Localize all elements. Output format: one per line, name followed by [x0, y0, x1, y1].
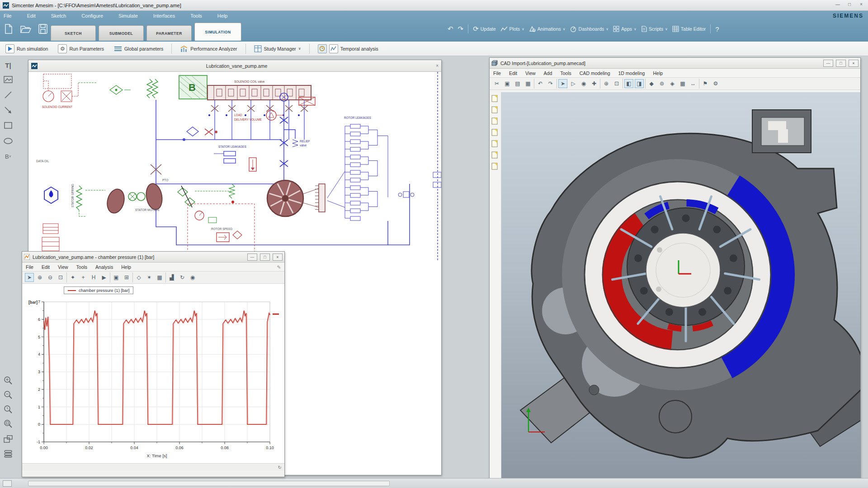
plot-tool-3-icon[interactable]: ⊡: [56, 273, 65, 282]
zoom-fit-icon[interactable]: [2, 418, 14, 429]
menu-sketch[interactable]: Sketch: [49, 12, 68, 19]
help-icon[interactable]: ?: [715, 25, 719, 33]
plot-restore-icon[interactable]: □: [260, 253, 270, 261]
rectangle-tool-icon[interactable]: [2, 120, 14, 131]
sketch-tab-title[interactable]: Lubrication_vane_pump.ame: [38, 63, 436, 69]
plot-tool-12-icon[interactable]: ▦: [155, 273, 164, 282]
cad-viewport[interactable]: [501, 92, 860, 478]
plot-edit-pencil-icon[interactable]: ✎: [277, 264, 281, 270]
close-icon[interactable]: ×: [857, 2, 865, 7]
cad-tool-1-icon[interactable]: ▣: [503, 79, 512, 88]
animations-button[interactable]: Animations∨: [529, 26, 566, 32]
cad-tool-3-icon[interactable]: ▦: [524, 79, 533, 88]
tab-submodel[interactable]: SUBMODEL: [99, 25, 144, 41]
table-editor-button[interactable]: Table Editor: [672, 26, 706, 32]
plot-body[interactable]: chamber pressure (1) [bar] -1012345670.0…: [22, 284, 284, 464]
cad-menu-1d-modeling[interactable]: 1D modeling: [618, 70, 645, 76]
plot-refresh-icon[interactable]: ↻: [278, 465, 282, 470]
plot-tool-8-icon[interactable]: ▣: [112, 273, 121, 282]
plot-menu-tools[interactable]: Tools: [76, 264, 88, 270]
run-simulation-button[interactable]: Run simulation: [4, 43, 50, 54]
cad-menu-cad-modeling[interactable]: CAD modeling: [580, 70, 610, 76]
cad-tool-11-icon[interactable]: ⊡: [612, 79, 621, 88]
cad-tool-12-icon[interactable]: ◧: [624, 79, 633, 88]
cad-tree-item-5-icon[interactable]: [491, 151, 499, 159]
menu-simulate[interactable]: Simulate: [117, 12, 140, 19]
cad-close-icon[interactable]: ×: [849, 60, 859, 67]
ellipse-tool-icon[interactable]: [2, 136, 14, 146]
run-parameters-button[interactable]: ⚙ Run Parameters: [56, 43, 105, 54]
plot-tool-2-icon[interactable]: ⊖: [46, 273, 55, 282]
menu-tools[interactable]: Tools: [189, 12, 204, 19]
cad-menu-tools[interactable]: Tools: [560, 70, 571, 76]
cad-tool-0-icon[interactable]: ✂: [492, 79, 501, 88]
plot-menu-view[interactable]: View: [58, 264, 68, 270]
zoom-in-icon[interactable]: [2, 389, 14, 400]
cad-tool-8-icon[interactable]: ◉: [579, 79, 588, 88]
scripts-button[interactable]: Scripts∨: [641, 26, 668, 32]
plot-tool-0-icon[interactable]: ➤: [25, 273, 34, 282]
layers-icon[interactable]: [2, 448, 14, 459]
cad-tree-item-3-icon[interactable]: [491, 129, 499, 136]
cad-tool-5-icon[interactable]: ↷: [546, 79, 555, 88]
status-chip[interactable]: [3, 480, 12, 487]
zoom-lock-icon[interactable]: [2, 375, 14, 386]
apps-button[interactable]: Apps∨: [613, 26, 637, 32]
window-arrange-icon[interactable]: [2, 434, 14, 445]
plot-menu-analysis[interactable]: Analysis: [95, 264, 113, 270]
plot-tool-13-icon[interactable]: ▟: [167, 273, 176, 282]
cad-tool-2-icon[interactable]: ▤: [513, 79, 522, 88]
plot-minimize-icon[interactable]: —: [247, 253, 257, 261]
undo-icon[interactable]: ↶: [448, 25, 453, 33]
menu-edit[interactable]: Edit: [25, 12, 38, 19]
cad-tree-item-4-icon[interactable]: [491, 140, 499, 147]
save-icon[interactable]: [38, 23, 48, 34]
plot-menu-help[interactable]: Help: [121, 264, 131, 270]
menu-help[interactable]: Help: [216, 12, 230, 19]
cad-tool-7-icon[interactable]: ▷: [569, 79, 578, 88]
menu-file[interactable]: File: [2, 12, 14, 19]
open-icon[interactable]: [20, 23, 32, 34]
performance-analyzer-button[interactable]: Performance Analyzer: [178, 44, 239, 53]
cad-menu-help[interactable]: Help: [653, 70, 663, 76]
cad-tool-19-icon[interactable]: ⚑: [701, 79, 710, 88]
cad-tool-9-icon[interactable]: ✚: [590, 79, 599, 88]
tab-parameter[interactable]: PARAMETER: [146, 25, 192, 41]
cad-menu-view[interactable]: View: [525, 70, 536, 76]
tab-sketch[interactable]: SKETCH: [51, 25, 96, 41]
plot-tool-15-icon[interactable]: ◉: [188, 273, 197, 282]
cad-tool-16-icon[interactable]: ◈: [668, 79, 677, 88]
cad-menu-add[interactable]: Add: [544, 70, 552, 76]
cad-tree-item-6-icon[interactable]: [491, 163, 499, 170]
zoom-previous-icon[interactable]: [2, 404, 14, 415]
new-sketch-icon[interactable]: [4, 23, 14, 34]
plot-tool-6-icon[interactable]: H: [89, 273, 98, 282]
plot-tool-14-icon[interactable]: ↻: [178, 273, 187, 282]
pressure-chart[interactable]: -1012345670.000.020.040.060.080.10[bar]X…: [22, 297, 283, 464]
cad-restore-icon[interactable]: □: [836, 60, 846, 67]
temporal-analysis-button[interactable]: Temporal analysis: [316, 43, 380, 54]
menu-configure[interactable]: Configure: [80, 12, 105, 19]
cad-tool-17-icon[interactable]: ▦: [678, 79, 687, 88]
plots-button[interactable]: Plots∨: [500, 26, 524, 32]
cad-tree-item-2-icon[interactable]: [491, 117, 499, 125]
cad-minimize-icon[interactable]: —: [823, 60, 833, 67]
cad-tool-13-icon[interactable]: ◨: [635, 79, 644, 88]
plot-tool-5-icon[interactable]: +: [79, 273, 88, 282]
dashboards-button[interactable]: Dashboards∨: [570, 26, 609, 32]
cad-tool-14-icon[interactable]: ◆: [647, 79, 656, 88]
plot-tool-4-icon[interactable]: ✦: [68, 273, 77, 282]
plot-menu-file[interactable]: File: [26, 264, 33, 270]
plot-menu-edit[interactable]: Edit: [42, 264, 50, 270]
cad-tool-20-icon[interactable]: ⚙: [711, 79, 720, 88]
cad-menu-edit[interactable]: Edit: [509, 70, 517, 76]
plot-tool-11-icon[interactable]: ✶: [145, 273, 154, 282]
style-tool-icon[interactable]: B∨: [2, 151, 14, 162]
restore-icon[interactable]: □: [845, 2, 854, 7]
cad-tool-6-icon[interactable]: ➤: [558, 79, 567, 88]
vane-pump-rotor-symbol[interactable]: [267, 180, 303, 216]
plot-legend[interactable]: chamber pressure (1) [bar]: [64, 286, 133, 294]
sketch-hscrollbar[interactable]: [28, 481, 390, 486]
cad-tool-15-icon[interactable]: ⊚: [657, 79, 666, 88]
cad-tool-4-icon[interactable]: ↶: [536, 79, 545, 88]
